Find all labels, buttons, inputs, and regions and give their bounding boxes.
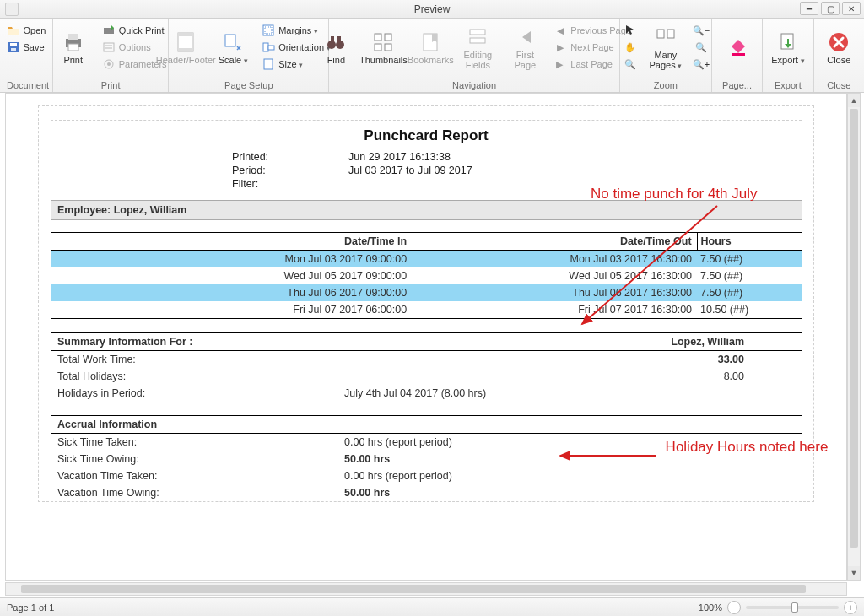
zoom-fit-button[interactable]: 🔍 [692, 39, 710, 56]
options-button[interactable]: Options [100, 39, 170, 56]
close-window-button[interactable]: ✕ [842, 2, 861, 15]
svg-rect-13 [178, 33, 193, 36]
save-button[interactable]: Save [4, 39, 49, 56]
table-row: Thu Jul 06 2017 09:00:00Thu Jul 06 2017 … [51, 284, 802, 301]
thumbnails-label: Thumbnails [359, 55, 408, 65]
size-icon [262, 57, 275, 71]
quick-print-label: Quick Print [119, 25, 165, 35]
vtt-value: 0.00 hrs (report period) [344, 470, 597, 482]
zoom-slider[interactable] [746, 606, 839, 609]
cell-hours: 7.50 (##) [697, 284, 802, 301]
cell-out: Thu Jul 06 2017 16:30:00 [412, 284, 697, 301]
minimize-button[interactable]: ━ [800, 2, 818, 15]
print-label: Print [63, 55, 83, 65]
status-page: Page 1 of 1 [7, 602, 54, 613]
open-button[interactable]: Open [4, 22, 49, 39]
hscroll-thumb[interactable] [21, 585, 806, 593]
printer-icon [62, 31, 84, 53]
zoom-fit-icon: 🔍 [694, 41, 708, 54]
find-label: Find [327, 55, 345, 65]
page-color-button[interactable] [716, 22, 759, 74]
horizontal-scrollbar[interactable] [5, 582, 847, 596]
zoom-in-status-button[interactable]: + [844, 601, 857, 614]
export-button[interactable]: Export [767, 22, 809, 74]
magnifier-icon: 🔍 [624, 57, 637, 71]
table-row: Wed Jul 05 2017 09:00:00Wed Jul 05 2017 … [51, 267, 802, 284]
cell-out: Wed Jul 05 2017 16:30:00 [412, 267, 697, 284]
close-icon [828, 31, 850, 53]
sto-label: Sick Time Owing: [57, 453, 344, 465]
ribbon-group-page-setup: Header/Footer Scale Margins [169, 19, 329, 92]
status-bar: Page 1 of 1 100% − + [0, 597, 864, 616]
export-label: Export [771, 55, 804, 66]
export-icon [777, 31, 799, 53]
zoom-out-button[interactable]: 🔍− [692, 22, 710, 39]
zoom-in-button[interactable]: 🔍+ [692, 56, 710, 73]
binoculars-icon [325, 31, 347, 53]
header-footer-label: Header/Footer [156, 55, 216, 65]
margins-icon [262, 24, 275, 37]
zoom-controls: 100% − + [699, 601, 857, 614]
header-footer-button[interactable]: Header/Footer [165, 22, 207, 74]
vscroll-thumb[interactable] [850, 109, 858, 548]
vto-label: Vacation Time Owing: [57, 487, 344, 499]
holidays-label: Total Holidays: [57, 370, 344, 382]
options-label: Options [119, 42, 151, 52]
orientation-icon [262, 41, 275, 54]
size-label: Size [278, 59, 303, 69]
editing-fields-button[interactable]: Editing Fields [456, 22, 499, 74]
print-button[interactable]: Print [52, 22, 94, 74]
svg-rect-31 [470, 38, 485, 43]
group-label-page-setup: Page Setup [176, 78, 321, 90]
many-pages-button[interactable]: Many Pages [645, 22, 687, 74]
group-label-zoom: Zoom [627, 78, 705, 90]
quick-print-icon [102, 24, 116, 37]
vto-value: 50.00 hrs [344, 487, 597, 499]
save-icon [7, 41, 20, 54]
zoom-slider-thumb[interactable] [791, 602, 798, 613]
svg-rect-5 [68, 44, 78, 51]
close-preview-button[interactable]: Close [818, 22, 860, 74]
table-row: Mon Jul 03 2017 09:00:00Mon Jul 03 2017 … [51, 251, 802, 268]
pointer-tool-button[interactable] [621, 22, 640, 39]
find-button[interactable]: Find [315, 22, 357, 74]
ribbon-group-navigation: Find Thumbnails Bookmarks Editing Fields [329, 19, 620, 92]
many-pages-label: Many Pages [646, 50, 685, 71]
ribbon-group-export: Export Export [763, 19, 813, 92]
cell-hours: 7.50 (##) [697, 251, 802, 268]
magnifier-tool-button[interactable]: 🔍 [621, 56, 640, 73]
zoom-out-status-button[interactable]: − [727, 601, 741, 614]
group-label-document: Document [7, 78, 46, 90]
svg-rect-33 [667, 30, 674, 38]
thumbnails-button[interactable]: Thumbnails [362, 22, 404, 74]
svg-rect-2 [11, 48, 16, 51]
summary-head-label: Summary Information For : [57, 336, 192, 348]
scroll-down-icon[interactable]: ▼ [848, 566, 860, 580]
scale-label: Scale [219, 55, 248, 66]
hip-label: Holidays in Period: [57, 387, 344, 399]
svg-point-21 [327, 41, 336, 49]
employee-label: Employee: [57, 204, 111, 216]
col-in: Date/Time In [51, 233, 412, 251]
preview-workspace: Punchcard Report Printed:Jun 29 2017 16:… [0, 93, 864, 597]
vertical-scrollbar[interactable]: ▲ ▼ [847, 93, 861, 581]
next-page-label: Next Page [570, 42, 613, 52]
col-hours: Hours [697, 233, 802, 251]
report-page: Punchcard Report Printed:Jun 29 2017 16:… [38, 105, 814, 502]
hand-tool-button[interactable]: ✋ [621, 39, 640, 56]
accrual-header: Accrual Information [51, 415, 802, 434]
cell-hours: 10.50 (##) [697, 301, 802, 319]
scale-button[interactable]: Scale [212, 22, 254, 74]
cell-hours: 7.50 (##) [697, 267, 802, 284]
scroll-up-icon[interactable]: ▲ [848, 94, 860, 107]
quick-print-button[interactable]: Quick Print [100, 22, 170, 39]
last-icon: ▶| [554, 57, 567, 71]
folder-open-icon [7, 24, 20, 37]
maximize-button[interactable]: ▢ [821, 2, 840, 15]
zoom-value: 100% [699, 602, 722, 613]
preview-viewport[interactable]: Punchcard Report Printed:Jun 29 2017 16:… [5, 93, 847, 581]
first-page-button[interactable]: First Page [504, 22, 546, 74]
thumbnails-icon [372, 31, 394, 53]
bookmarks-button[interactable]: Bookmarks [409, 22, 451, 74]
employee-band: Employee: Lopez, William [51, 200, 802, 220]
